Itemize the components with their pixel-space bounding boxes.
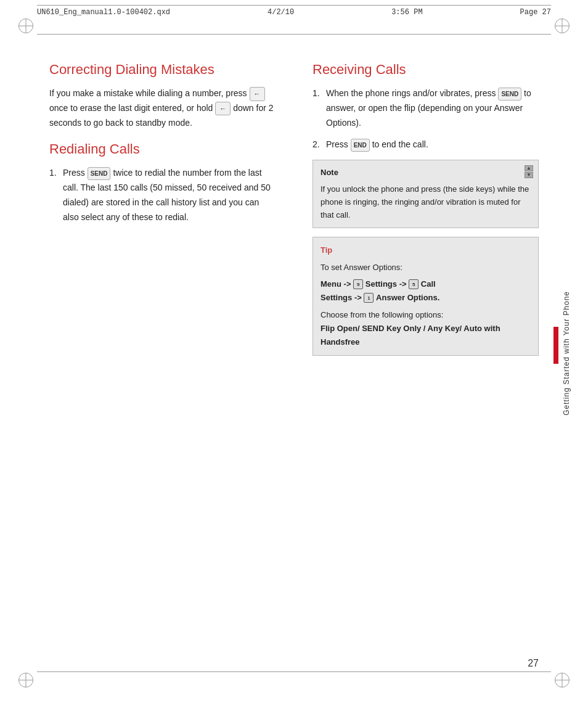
top-divider <box>37 34 551 35</box>
backspace-button-icon: ← <box>250 87 265 101</box>
correcting-body: If you make a mistake while dialing a nu… <box>49 86 276 130</box>
menu-icon-1w: 1 <box>364 293 374 303</box>
tip-title: Tip <box>321 244 531 257</box>
receive-press: Press <box>326 139 348 149</box>
note-title: Note <box>321 166 531 179</box>
filename: UN610_Eng_manual1.0-100402.qxd <box>37 8 170 17</box>
sidebar-label: Getting Started with Your Phone <box>562 291 571 416</box>
section-receiving: Receiving Calls 1. When the phone rings … <box>312 62 539 152</box>
receiving-title: Receiving Calls <box>312 62 539 78</box>
receive-item1: 1. When the phone rings and/or vibrates,… <box>312 86 539 130</box>
page-label: Page 27 <box>520 8 551 17</box>
redialing-title: Redialing Calls <box>49 141 276 157</box>
correcting-text1: If you make a mistake while dialing a nu… <box>49 88 247 98</box>
redial-item1: 1. Press SEND twice to redial the number… <box>49 166 276 224</box>
tip-answer-options-label: Answer Options. <box>376 293 439 302</box>
tip-menu-label: Menu -> <box>321 279 351 289</box>
send-button-icon: SEND <box>88 167 111 180</box>
tip-line1: To set Answer Options: <box>321 261 531 274</box>
sidebar-red-bar <box>553 327 558 364</box>
scroll-arrows: ▲ ▼ <box>525 165 533 178</box>
tip-line4: Choose from the following options: <box>321 308 531 322</box>
menu-icon-9c: 9 <box>353 279 363 289</box>
section-redialing: Redialing Calls 1. Press SEND twice to r… <box>49 141 276 224</box>
receive-item2-num: 2. <box>312 138 324 152</box>
scroll-down-arrow: ▼ <box>525 172 533 178</box>
left-column: Correcting Dialing Mistakes If you make … <box>49 62 282 644</box>
redial-item1-num: 1. <box>49 166 60 224</box>
redial-item1-text: Press SEND twice to redial the number fr… <box>63 166 276 224</box>
sidebar-text-container: Getting Started with Your Phone <box>557 123 576 583</box>
page-number: 27 <box>528 658 539 669</box>
send-key-icon: SEND <box>498 88 521 101</box>
receive-end-text: to end the call. <box>372 139 428 149</box>
header-bar: UN610_Eng_manual1.0-100402.qxd 4/2/10 3:… <box>37 5 551 17</box>
reg-mark-top-right <box>555 18 570 33</box>
time: 3:56 PM <box>391 8 422 17</box>
bottom-divider <box>37 671 551 672</box>
reg-mark-top-left <box>18 18 33 33</box>
receive-item2-text: Press END to end the call. <box>326 138 539 152</box>
tip-line2: Menu -> 9 Settings -> 5 Call <box>321 277 531 291</box>
tip-box: Tip To set Answer Options: Menu -> 9 Set… <box>312 237 539 356</box>
tip-settings2-label: Settings -> <box>321 293 362 302</box>
backspace-button-icon2: ← <box>215 102 231 116</box>
receive-item1-text: When the phone rings and/or vibrates, pr… <box>326 86 539 130</box>
note-box: Note ▲ ▼ If you unlock the phone and pre… <box>312 160 539 228</box>
press-label: Press <box>63 168 85 178</box>
menu-icon-5d: 5 <box>409 279 419 289</box>
right-column: Receiving Calls 1. When the phone rings … <box>306 62 539 644</box>
tip-settings-label: Settings -> <box>365 279 407 289</box>
main-content: Correcting Dialing Mistakes If you make … <box>49 62 539 644</box>
tip-line5: Flip Open/ SEND Key Only / Any Key/ Auto… <box>321 322 531 349</box>
correcting-title: Correcting Dialing Mistakes <box>49 62 276 78</box>
end-key-icon: END <box>351 139 370 152</box>
tip-call-label: Call <box>421 279 436 289</box>
reg-mark-bottom-right <box>555 673 570 688</box>
tip-line3: Settings -> 1 Answer Options. <box>321 291 531 305</box>
reg-mark-bottom-left <box>18 673 33 688</box>
receive-item2: 2. Press END to end the call. <box>312 138 539 152</box>
receive-text1: When the phone rings and/or vibrates, pr… <box>326 88 496 98</box>
correcting-text2: once to erase the last digit entered, or… <box>49 103 213 113</box>
scroll-up-arrow: ▲ <box>525 165 533 171</box>
date: 4/2/10 <box>267 8 294 17</box>
section-correcting: Correcting Dialing Mistakes If you make … <box>49 62 276 130</box>
receive-item1-num: 1. <box>312 86 324 130</box>
note-text: If you unlock the phone and press (the s… <box>321 183 531 221</box>
